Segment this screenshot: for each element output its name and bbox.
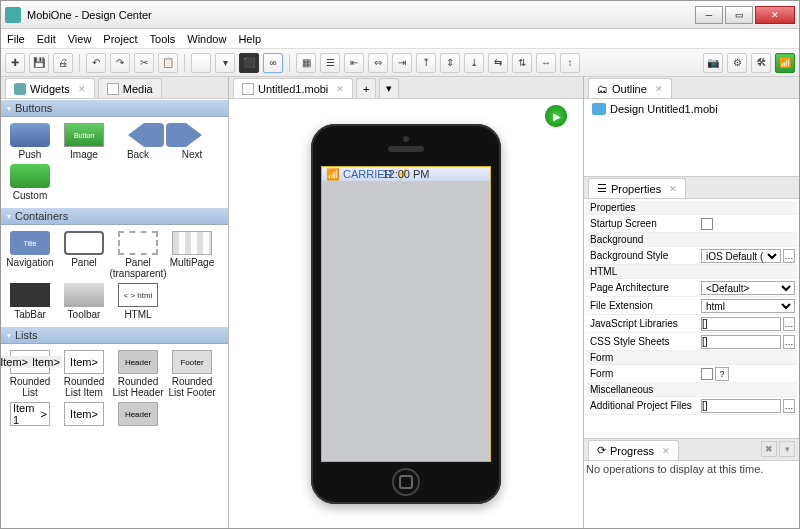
prop-js-libs: JavaScript Libraries … <box>586 315 797 333</box>
dropdown-icon[interactable]: ▾ <box>215 53 235 73</box>
section-containers[interactable]: Containers <box>1 207 228 225</box>
tab-more[interactable]: ▾ <box>379 78 399 98</box>
maximize-button[interactable]: ▭ <box>725 6 753 24</box>
tab-progress[interactable]: ⟳ Progress ✕ <box>588 440 679 460</box>
widget-navigation[interactable]: TitleNavigation <box>4 231 56 279</box>
widget-panel[interactable]: Panel <box>58 231 110 279</box>
tab-add[interactable]: + <box>356 78 376 98</box>
prop-file-ext: File Extension html <box>586 297 797 315</box>
help-button[interactable]: ? <box>715 367 729 381</box>
widget-html[interactable]: < > htmlHTML <box>112 283 164 320</box>
prop-css: CSS Style Sheets … <box>586 333 797 351</box>
phone-frame: 📶 CARRIER ⚡ 12:00 PM <box>311 124 501 504</box>
align-center-icon[interactable]: ⇔ <box>368 53 388 73</box>
extra-files-input[interactable] <box>701 399 781 413</box>
tab-file[interactable]: Untitled1.mobi ✕ <box>233 78 353 98</box>
left-panel: Widgets ✕ Media Buttons Push ButtonImage… <box>1 77 229 529</box>
close-icon[interactable]: ✕ <box>655 84 663 94</box>
gear-icon[interactable]: ⚙ <box>727 53 747 73</box>
more-button[interactable]: … <box>783 249 795 263</box>
widget-rounded-list-footer[interactable]: FooterRounded List Footer <box>166 350 218 398</box>
widget-list-row2b[interactable]: Item > <box>58 402 110 428</box>
widget-list-row2a[interactable]: Item 1 > <box>4 402 56 428</box>
home-button[interactable] <box>392 468 420 496</box>
design-canvas[interactable]: 📶 CARRIER ⚡ 12:00 PM <box>229 99 583 529</box>
close-icon[interactable]: ✕ <box>669 184 677 194</box>
more-button[interactable]: … <box>783 399 795 413</box>
menu-window[interactable]: Window <box>187 33 226 45</box>
align-bottom-icon[interactable]: ⤓ <box>464 53 484 73</box>
widget-rounded-list-item[interactable]: Item >Rounded List Item <box>58 350 110 398</box>
widget-image[interactable]: ButtonImage <box>58 123 110 160</box>
align-left-icon[interactable]: ⇤ <box>344 53 364 73</box>
redo-button[interactable]: ↷ <box>110 53 130 73</box>
widget-rounded-list-header[interactable]: HeaderRounded List Header <box>112 350 164 398</box>
camera-icon[interactable]: 📷 <box>703 53 723 73</box>
close-icon[interactable]: ✕ <box>336 84 344 94</box>
menu-edit[interactable]: Edit <box>37 33 56 45</box>
new-button[interactable]: ✚ <box>5 53 25 73</box>
menu-file[interactable]: File <box>7 33 25 45</box>
tab-outline[interactable]: 🗂 Outline ✕ <box>588 78 672 98</box>
menu-button[interactable]: ▾ <box>779 441 795 457</box>
startup-checkbox[interactable] <box>701 218 713 230</box>
tools-icon[interactable]: 🛠 <box>751 53 771 73</box>
close-button[interactable]: ✕ <box>755 6 795 24</box>
widget-tabbar[interactable]: TabBar <box>4 283 56 320</box>
outline-root[interactable]: Design Untitled1.mobi <box>586 101 797 117</box>
widget-rounded-list[interactable]: Item>Item>Rounded List <box>4 350 56 398</box>
widget-panel-transparent[interactable]: Panel (transparent) <box>112 231 164 279</box>
form-checkbox[interactable] <box>701 368 713 380</box>
close-icon[interactable]: ✕ <box>78 84 86 94</box>
close-icon[interactable]: ✕ <box>662 446 670 456</box>
widget-next[interactable]: Next <box>166 123 218 160</box>
tab-widgets[interactable]: Widgets ✕ <box>5 78 95 98</box>
align-right-icon[interactable]: ⇥ <box>392 53 412 73</box>
css-input[interactable] <box>701 335 781 349</box>
menu-help[interactable]: Help <box>238 33 261 45</box>
minimize-button[interactable]: ─ <box>695 6 723 24</box>
widget-toolbar[interactable]: Toolbar <box>58 283 110 320</box>
apple-icon[interactable] <box>191 53 211 73</box>
file-tab-label: Untitled1.mobi <box>258 83 328 95</box>
left-tabs: Widgets ✕ Media <box>1 77 228 99</box>
file-ext-select[interactable]: html <box>701 299 795 313</box>
same-w-icon[interactable]: ↔ <box>536 53 556 73</box>
stop-button[interactable]: ✖ <box>761 441 777 457</box>
save-button[interactable]: 💾 <box>29 53 49 73</box>
menu-project[interactable]: Project <box>103 33 137 45</box>
wifi-icon[interactable]: 📶 <box>775 53 795 73</box>
layout-icon-2[interactable]: ☰ <box>320 53 340 73</box>
more-button[interactable]: … <box>783 335 795 349</box>
section-buttons[interactable]: Buttons <box>1 99 228 117</box>
same-h-icon[interactable]: ↕ <box>560 53 580 73</box>
paste-button[interactable]: 📋 <box>158 53 178 73</box>
tab-media[interactable]: Media <box>98 78 162 98</box>
more-button[interactable]: … <box>783 317 795 331</box>
layout-icon-1[interactable]: ▦ <box>296 53 316 73</box>
align-middle-icon[interactable]: ⇕ <box>440 53 460 73</box>
dist-v-icon[interactable]: ⇅ <box>512 53 532 73</box>
bg-style-select[interactable]: iOS Default (strip... <box>701 249 781 263</box>
widget-push[interactable]: Push <box>4 123 56 160</box>
widget-custom[interactable]: Custom <box>4 164 56 201</box>
phone-screen[interactable]: 📶 CARRIER ⚡ 12:00 PM <box>321 166 491 462</box>
menu-view[interactable]: View <box>68 33 92 45</box>
widget-multipage[interactable]: MultiPage <box>166 231 218 279</box>
js-libs-input[interactable] <box>701 317 781 331</box>
widget-list-row2c[interactable]: Header <box>112 402 164 428</box>
print-button[interactable]: 🖨 <box>53 53 73 73</box>
align-top-icon[interactable]: ⤒ <box>416 53 436 73</box>
undo-button[interactable]: ↶ <box>86 53 106 73</box>
menu-tools[interactable]: Tools <box>150 33 176 45</box>
dist-h-icon[interactable]: ⇆ <box>488 53 508 73</box>
link-icon[interactable]: ∞ <box>263 53 283 73</box>
widget-back[interactable]: Back <box>112 123 164 160</box>
section-lists[interactable]: Lists <box>1 326 228 344</box>
device-icon[interactable]: ⬛ <box>239 53 259 73</box>
tab-properties[interactable]: ☰ Properties ✕ <box>588 178 686 198</box>
widgets-scroll[interactable]: Buttons Push ButtonImage Back Next Custo… <box>1 99 228 529</box>
play-button[interactable] <box>545 105 567 127</box>
page-arch-select[interactable]: <Default> <box>701 281 795 295</box>
cut-button[interactable]: ✂ <box>134 53 154 73</box>
